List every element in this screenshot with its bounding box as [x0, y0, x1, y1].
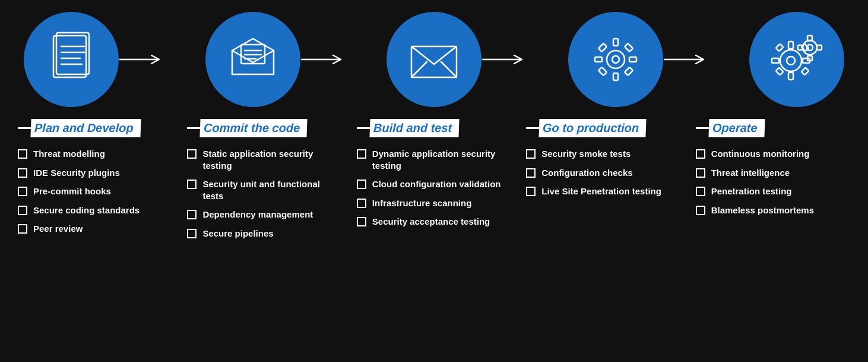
svg-rect-21	[629, 57, 636, 62]
checkbox	[18, 206, 27, 215]
svg-rect-31	[772, 58, 779, 63]
go-production-icon	[568, 12, 663, 107]
commit-code-icon	[205, 12, 300, 107]
svg-rect-39	[807, 36, 812, 40]
operate-icon	[749, 12, 844, 107]
checkbox	[18, 149, 27, 159]
checkbox	[18, 168, 27, 178]
svg-line-14	[441, 62, 457, 77]
checkbox	[696, 206, 705, 215]
checkbox	[187, 210, 197, 219]
svg-rect-33	[776, 44, 784, 52]
list-item: Secure pipelines	[187, 228, 341, 240]
svg-rect-25	[624, 67, 632, 75]
go-production-list: Security smoke tests Configuration check…	[526, 148, 680, 197]
arrow-3	[481, 51, 568, 68]
svg-line-13	[411, 62, 427, 77]
list-item: Blameless postmortems	[696, 204, 850, 216]
svg-rect-19	[613, 73, 618, 80]
svg-point-16	[607, 51, 625, 68]
checkbox	[526, 168, 536, 178]
checkbox	[187, 229, 197, 238]
svg-point-17	[612, 56, 619, 63]
checkbox	[357, 217, 366, 226]
svg-rect-22	[598, 43, 606, 52]
operate-list: Continuous monitoring Threat intelligenc…	[696, 148, 850, 216]
arrow-2	[300, 51, 387, 68]
list-item: Dependency management	[187, 209, 341, 221]
list-item: IDE Security plugins	[18, 167, 172, 179]
svg-rect-0	[53, 36, 86, 77]
build-test-list: Dynamic application security testing Clo…	[357, 148, 511, 228]
column-commit-code: Commit the code Static application secur…	[181, 119, 347, 239]
operate-title: Operate	[712, 121, 757, 134]
column-title-go-production: Go to production	[526, 119, 646, 137]
plan-develop-title: Plan and Develop	[34, 121, 134, 134]
list-item: Security unit and functional tests	[187, 178, 341, 202]
svg-point-28	[787, 56, 795, 65]
svg-rect-30	[788, 73, 793, 80]
list-item: Pre-commit hooks	[18, 185, 172, 197]
arrow-4	[663, 51, 750, 68]
svg-rect-29	[788, 42, 793, 49]
list-item: Penetration testing	[696, 185, 850, 197]
build-test-icon	[387, 12, 481, 107]
svg-rect-23	[624, 43, 632, 52]
checkbox	[696, 187, 705, 196]
svg-rect-20	[595, 57, 602, 62]
plan-develop-icon	[24, 12, 119, 107]
svg-point-27	[780, 50, 802, 71]
checkbox	[187, 149, 197, 159]
column-title-operate: Operate	[696, 119, 765, 137]
checkbox	[696, 149, 705, 159]
column-operate: Operate Continuous monitoring Threat int…	[690, 119, 856, 239]
checkbox	[18, 224, 27, 234]
column-go-production: Go to production Security smoke tests Co…	[520, 119, 686, 239]
plan-develop-list: Threat modelling IDE Security plugins Pr…	[18, 148, 172, 235]
column-build-test: Build and test Dynamic application secur…	[351, 119, 517, 239]
svg-point-37	[803, 40, 817, 55]
svg-rect-35	[776, 68, 784, 75]
icons-row	[6, 12, 862, 107]
column-title-commit-code: Commit the code	[187, 119, 307, 137]
list-item: Security acceptance testing	[357, 216, 511, 228]
list-item: Dynamic application security testing	[357, 148, 511, 171]
list-item: Threat intelligence	[696, 167, 850, 179]
list-item: Infrastructure scanning	[357, 197, 511, 209]
go-production-title: Go to production	[543, 121, 639, 134]
checkbox	[526, 149, 536, 159]
svg-rect-18	[613, 39, 618, 46]
checkbox	[18, 187, 27, 196]
main-container: Plan and Develop Threat modelling IDE Se…	[0, 0, 868, 362]
arrow-1	[119, 51, 205, 68]
list-item: Peer review	[18, 223, 172, 235]
build-test-title: Build and test	[373, 121, 452, 134]
svg-rect-36	[802, 68, 809, 75]
column-title-build-test: Build and test	[357, 119, 459, 137]
list-item: Static application security testing	[187, 148, 341, 171]
column-title-plan-develop: Plan and Develop	[18, 119, 141, 137]
list-item: Continuous monitoring	[696, 148, 850, 160]
checkbox	[357, 180, 366, 189]
column-plan-develop: Plan and Develop Threat modelling IDE Se…	[12, 119, 178, 239]
checkbox	[526, 187, 536, 196]
checkbox	[187, 180, 197, 189]
list-item: Security smoke tests	[526, 148, 680, 160]
list-item: Configuration checks	[526, 167, 680, 179]
svg-rect-42	[817, 45, 822, 50]
checkbox	[357, 149, 366, 159]
list-item: Secure coding standards	[18, 204, 172, 216]
svg-rect-41	[798, 45, 803, 50]
list-item: Live Site Penetration testing	[526, 185, 680, 197]
svg-rect-1	[56, 33, 89, 74]
svg-rect-24	[598, 67, 606, 75]
columns-row: Plan and Develop Threat modelling IDE Se…	[6, 119, 862, 239]
commit-code-list: Static application security testing Secu…	[187, 148, 341, 239]
commit-code-title: Commit the code	[204, 121, 300, 134]
checkbox	[696, 168, 705, 178]
checkbox	[357, 199, 366, 208]
list-item: Threat modelling	[18, 148, 172, 160]
list-item: Cloud configuration validation	[357, 178, 511, 190]
